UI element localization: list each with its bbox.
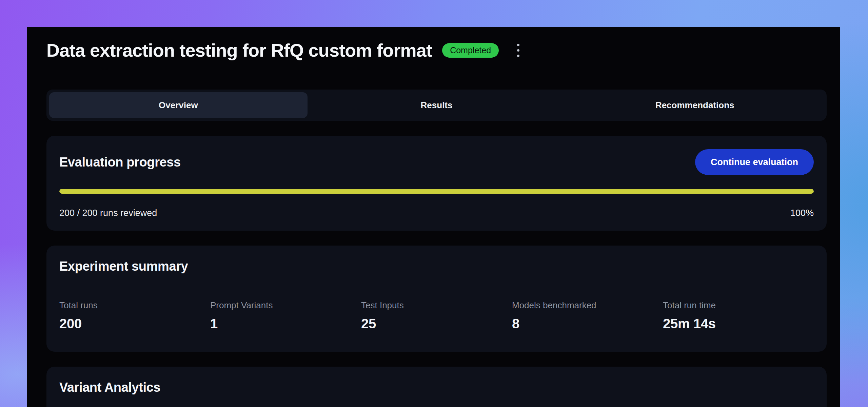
- experiment-summary-stats: Total runs 200 Prompt Variants 1 Test In…: [59, 300, 814, 331]
- stat-value: 25m 14s: [663, 316, 814, 331]
- tab-recommendations[interactable]: Recommendations: [566, 92, 824, 118]
- tab-bar: Overview Results Recommendations: [46, 90, 827, 121]
- status-badge: Completed: [442, 43, 499, 58]
- stat-value: 200: [59, 316, 210, 331]
- variant-analytics-card: Variant Analytics Prompt versions Model …: [46, 367, 827, 407]
- tab-results[interactable]: Results: [308, 92, 566, 118]
- evaluation-progress-card: Evaluation progress Continue evaluation …: [46, 136, 827, 231]
- page-title: Data extraction testing for RfQ custom f…: [46, 40, 432, 61]
- stat-value: 8: [512, 316, 663, 331]
- stat-label: Total runs: [59, 300, 210, 311]
- stat-label: Models benchmarked: [512, 300, 663, 311]
- stat-total-run-time: Total run time 25m 14s: [663, 300, 814, 331]
- stat-value: 1: [210, 316, 361, 331]
- kebab-menu-icon[interactable]: [514, 42, 523, 59]
- stat-label: Test Inputs: [361, 300, 512, 311]
- stat-total-runs: Total runs 200: [59, 300, 210, 331]
- stat-prompt-variants: Prompt Variants 1: [210, 300, 361, 331]
- stat-label: Prompt Variants: [210, 300, 361, 311]
- runs-reviewed-text: 200 / 200 runs reviewed: [59, 208, 157, 218]
- continue-evaluation-button[interactable]: Continue evaluation: [695, 149, 814, 175]
- tab-overview[interactable]: Overview: [49, 92, 308, 118]
- variant-analytics-title: Variant Analytics: [59, 380, 814, 395]
- experiment-summary-title: Experiment summary: [59, 259, 814, 274]
- progress-percent-text: 100%: [790, 208, 814, 218]
- experiment-summary-card: Experiment summary Total runs 200 Prompt…: [46, 246, 827, 352]
- stat-test-inputs: Test Inputs 25: [361, 300, 512, 331]
- stat-value: 25: [361, 316, 512, 331]
- evaluation-progress-title: Evaluation progress: [59, 155, 181, 170]
- stat-label: Total run time: [663, 300, 814, 311]
- progress-bar-fill: [59, 189, 814, 194]
- main-panel: Data extraction testing for RfQ custom f…: [27, 27, 840, 407]
- progress-bar-track: [59, 189, 814, 194]
- stat-models-benchmarked: Models benchmarked 8: [512, 300, 663, 331]
- page-header: Data extraction testing for RfQ custom f…: [46, 40, 827, 60]
